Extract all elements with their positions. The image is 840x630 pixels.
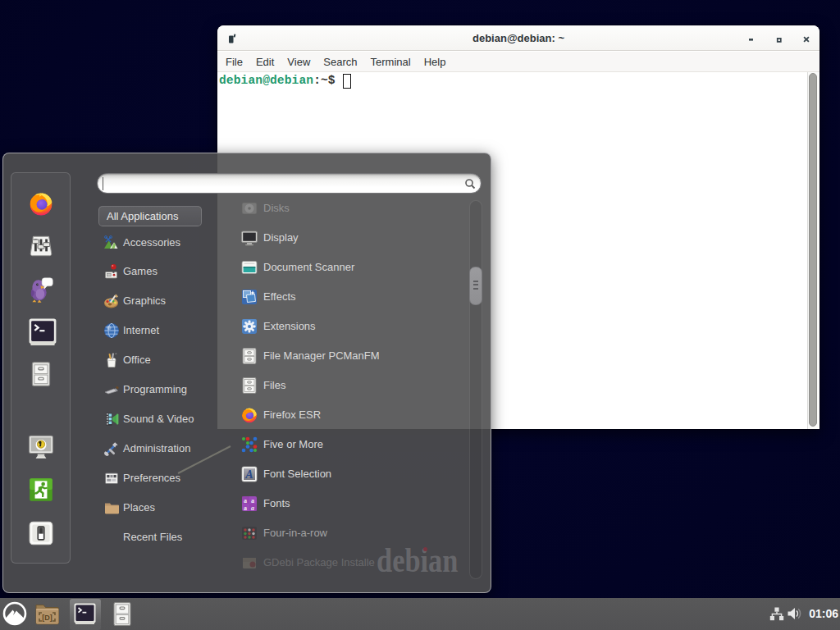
svg-text:a: a [244,497,247,504]
svg-text:[D]: [D] [42,614,52,622]
svg-text:a: a [244,504,247,512]
svg-text:A: A [244,468,253,481]
svg-text:a: a [251,504,254,512]
svg-text:a: a [251,497,254,504]
